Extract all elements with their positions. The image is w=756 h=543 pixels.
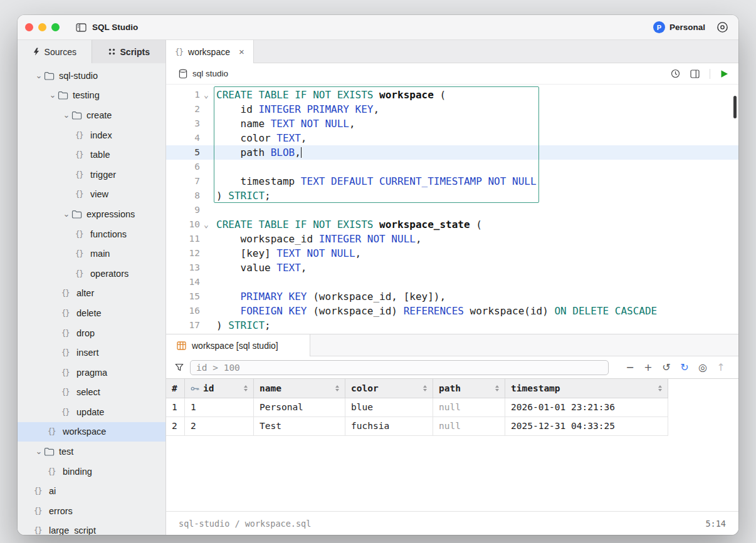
table-cell[interactable]: 1 — [166, 398, 185, 417]
tree-item-select[interactable]: {}select — [18, 383, 165, 403]
results-table: #idnamecolorpathtimestamp11Personalbluen… — [166, 379, 738, 436]
fold-chevron-icon[interactable]: ⌄ — [200, 88, 213, 102]
table-cell[interactable]: Personal — [254, 398, 345, 417]
table-cell[interactable]: 1 — [185, 398, 254, 417]
tree-item-table[interactable]: {}table — [18, 145, 165, 165]
tree-item-operators[interactable]: {}operators — [18, 264, 165, 284]
code-line-9[interactable]: 9 — [166, 203, 738, 217]
chevron-down-icon[interactable]: ⌄ — [48, 92, 58, 98]
filter-input[interactable] — [190, 360, 609, 375]
results-tabstrip: workspace [sql studio] — [166, 334, 738, 356]
tree-item-pragma[interactable]: {}pragma — [18, 363, 165, 383]
sort-icon[interactable] — [658, 385, 662, 391]
token: value — [216, 262, 276, 274]
tab-workspace[interactable]: {} workspace × — [166, 40, 254, 63]
line-number: 4 — [166, 131, 200, 145]
tree-item-testing[interactable]: ⌄testing — [18, 86, 165, 106]
revert-changes-button[interactable]: ↺ — [659, 360, 674, 375]
tab-results-workspace[interactable]: workspace [sql studio] — [166, 334, 310, 356]
tab-scripts[interactable]: Scripts — [92, 40, 166, 63]
chevron-down-icon[interactable]: ⌄ — [34, 73, 44, 79]
minimize-window-button[interactable] — [38, 23, 46, 31]
code-line-13[interactable]: 13 value TEXT, — [166, 261, 738, 275]
sort-icon[interactable] — [495, 385, 499, 391]
filter-funnel-icon[interactable] — [175, 363, 184, 372]
history-clock-icon[interactable] — [671, 69, 680, 78]
tree-item-main[interactable]: {}main — [18, 244, 165, 264]
tree-item-workspace[interactable]: {}workspace — [18, 422, 165, 442]
sql-editor[interactable]: 1⌄CREATE TABLE IF NOT EXISTS workspace (… — [166, 85, 738, 334]
code-line-1[interactable]: 1⌄CREATE TABLE IF NOT EXISTS workspace ( — [166, 88, 738, 102]
tree-item-expressions[interactable]: ⌄expressions — [18, 204, 165, 224]
code-line-10[interactable]: 10⌄CREATE TABLE IF NOT EXISTS workspace_… — [166, 217, 738, 232]
editor-scrollbar[interactable] — [733, 96, 737, 118]
tree-item-insert[interactable]: {}insert — [18, 343, 165, 363]
preview-changes-button[interactable]: ◎ — [695, 360, 710, 375]
tree-item-errors[interactable]: {}errors — [18, 501, 165, 521]
table-cell[interactable]: blue — [345, 398, 433, 417]
refresh-button[interactable]: ↻ — [677, 360, 692, 375]
table-cell[interactable]: 2026-01-01 23:21:36 — [505, 398, 668, 417]
tree-item-binding[interactable]: {}binding — [18, 462, 165, 482]
tree-item-update[interactable]: {}update — [18, 402, 165, 422]
tree-item-alter[interactable]: {}alter — [18, 284, 165, 304]
table-cell[interactable]: Test — [254, 417, 345, 436]
sort-icon[interactable] — [244, 385, 248, 391]
delete-row-button[interactable]: − — [622, 360, 638, 375]
chevron-down-icon[interactable]: ⌄ — [61, 211, 71, 217]
code-line-16[interactable]: 16 FOREIGN KEY (workspace_id) REFERENCES… — [166, 304, 738, 318]
code-line-2[interactable]: 2 id INTEGER PRIMARY KEY, — [166, 102, 738, 116]
column-header-name[interactable]: name — [254, 379, 345, 398]
split-layout-icon[interactable] — [690, 70, 700, 78]
tab-sources[interactable]: Sources — [18, 40, 92, 63]
add-row-button[interactable]: + — [641, 360, 656, 375]
chevron-down-icon[interactable]: ⌄ — [61, 112, 71, 118]
close-tab-icon[interactable]: × — [239, 46, 244, 57]
tree-item-create[interactable]: ⌄create — [18, 105, 165, 125]
table-cell[interactable]: 2 — [185, 417, 254, 436]
tree-item-trigger[interactable]: {}trigger — [18, 165, 165, 185]
tree-item-sql-studio[interactable]: ⌄sql-studio — [18, 66, 165, 86]
table-cell[interactable]: null — [433, 398, 505, 417]
code-line-17[interactable]: 17) STRICT; — [166, 318, 738, 333]
tree-item-delete[interactable]: {}delete — [18, 303, 165, 323]
tree-item-drop[interactable]: {}drop — [18, 323, 165, 343]
tree-item-view[interactable]: {}view — [18, 185, 165, 205]
sort-icon[interactable] — [335, 385, 339, 391]
code-line-5[interactable]: 5 path BLOB, — [166, 145, 738, 160]
code-line-7[interactable]: 7 timestamp TEXT DEFAULT CURRENT_TIMESTA… — [166, 174, 738, 189]
table-cell[interactable]: 2025-12-31 04:33:25 — [505, 417, 668, 436]
column-header-num[interactable]: # — [166, 379, 185, 398]
code-line-11[interactable]: 11 workspace_id INTEGER NOT NULL, — [166, 232, 738, 246]
chevron-down-icon[interactable]: ⌄ — [34, 448, 44, 455]
code-line-4[interactable]: 4 color TEXT, — [166, 131, 738, 145]
target-icon[interactable] — [717, 21, 728, 33]
column-header-id[interactable]: id — [185, 379, 254, 398]
column-header-color[interactable]: color — [345, 379, 433, 398]
fold-chevron-icon[interactable]: ⌄ — [200, 217, 213, 232]
table-cell[interactable]: 2 — [166, 417, 185, 436]
tree-item-ai[interactable]: {}ai — [18, 481, 165, 501]
sidebar-toggle-icon[interactable] — [76, 23, 87, 32]
code-line-15[interactable]: 15 PRIMARY KEY (workspace_id, [key]), — [166, 289, 738, 304]
submit-changes-button[interactable]: ↑ — [713, 360, 728, 375]
tree-item-index[interactable]: {}index — [18, 125, 165, 145]
tree-item-large_script[interactable]: {}large_script — [18, 521, 165, 535]
connection-label[interactable]: sql studio — [192, 69, 228, 78]
code-line-12[interactable]: 12 [key] TEXT NOT NULL, — [166, 246, 738, 261]
run-play-button[interactable] — [720, 70, 728, 78]
tree-item-functions[interactable]: {}functions — [18, 224, 165, 244]
zoom-window-button[interactable] — [51, 23, 60, 31]
sort-icon[interactable] — [423, 385, 427, 391]
table-cell[interactable]: null — [433, 417, 505, 436]
column-header-timestamp[interactable]: timestamp — [505, 379, 668, 398]
code-line-6[interactable]: 6 — [166, 160, 738, 174]
table-cell[interactable]: fuchsia — [345, 417, 433, 436]
code-line-3[interactable]: 3 name TEXT NOT NULL, — [166, 116, 738, 131]
close-window-button[interactable] — [25, 23, 33, 31]
account-chip[interactable]: P Personal — [653, 21, 705, 33]
code-line-14[interactable]: 14 — [166, 275, 738, 289]
code-line-8[interactable]: 8) STRICT; — [166, 189, 738, 203]
tree-item-test[interactable]: ⌄test — [18, 442, 165, 462]
column-header-path[interactable]: path — [433, 379, 505, 398]
